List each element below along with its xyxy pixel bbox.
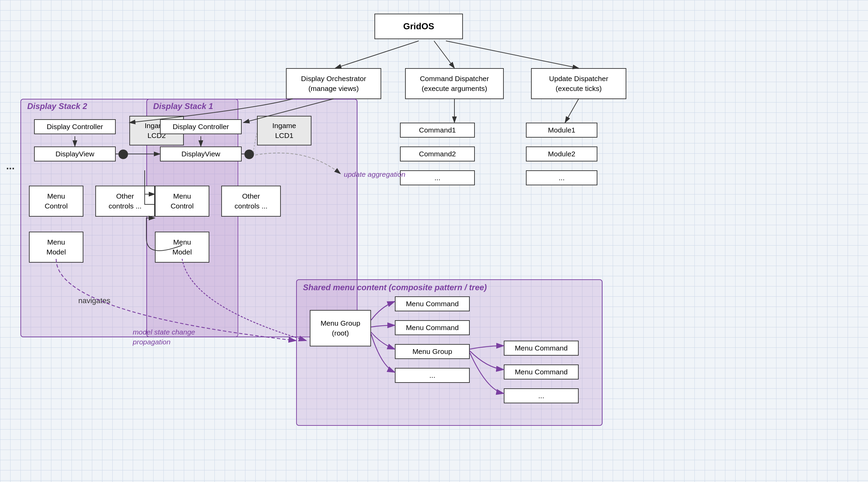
other-controls-2-box: Othercontrols ... <box>95 186 155 217</box>
ingame-lcd1-box: IngameLCD1 <box>257 116 311 145</box>
update-aggregation-label: update aggregation <box>344 170 405 178</box>
menu-command-3-box: Menu Command <box>504 341 579 356</box>
navigates-label: navigates <box>78 296 110 305</box>
svg-line-8 <box>565 99 579 123</box>
svg-line-4 <box>434 41 454 68</box>
command-ellipsis-box: ... <box>400 170 475 185</box>
svg-line-3 <box>335 41 419 68</box>
display-orchestrator-box: Display Orchestrator(manage views) <box>286 68 381 99</box>
composition-dot-1 <box>244 150 254 159</box>
menu-control-2-box: MenuControl <box>29 186 83 217</box>
menu-ellipsis-box: ... <box>395 368 470 383</box>
update-dispatcher-box: Update Dispatcher(execute ticks) <box>531 68 626 99</box>
menu-group-2-box: Menu Group <box>395 344 470 359</box>
module2-box: Module2 <box>526 146 597 161</box>
menu-command-1-box: Menu Command <box>395 296 470 311</box>
model-state-change-label: model state changepropagation <box>133 327 195 347</box>
command2-box: Command2 <box>400 146 475 161</box>
display-view-2-box: DisplayView <box>34 146 116 161</box>
menu-group-root-box: Menu Group(root) <box>310 310 371 346</box>
display-controller-1-box: Display Controller <box>160 119 242 134</box>
command1-box: Command1 <box>400 123 475 138</box>
menu-command-2-box: Menu Command <box>395 320 470 335</box>
shared-menu-title: Shared menu content (composite pattern /… <box>303 283 487 292</box>
other-controls-1-box: Othercontrols ... <box>221 186 281 217</box>
display-stack-1-title: Display Stack 1 <box>153 102 213 111</box>
menu-command-4-box: Menu Command <box>504 364 579 379</box>
module1-box: Module1 <box>526 123 597 138</box>
display-stack-2-title: Display Stack 2 <box>27 102 87 111</box>
svg-line-5 <box>446 41 579 68</box>
module-ellipsis-box: ... <box>526 170 597 185</box>
menu-ellipsis-2-box: ... <box>504 388 579 403</box>
menu-model-1-box: MenuModel <box>155 232 209 263</box>
menu-control-1-box: MenuControl <box>155 186 209 217</box>
menu-model-2-box: MenuModel <box>29 232 83 263</box>
composition-dot-2 <box>118 150 128 159</box>
display-controller-2-box: Display Controller <box>34 119 116 134</box>
gridos-box: GridOS <box>374 14 463 39</box>
left-ellipsis: ... <box>6 160 15 172</box>
command-dispatcher-box: Command Dispatcher(execute arguments) <box>405 68 504 99</box>
display-view-1-box: DisplayView <box>160 146 242 161</box>
